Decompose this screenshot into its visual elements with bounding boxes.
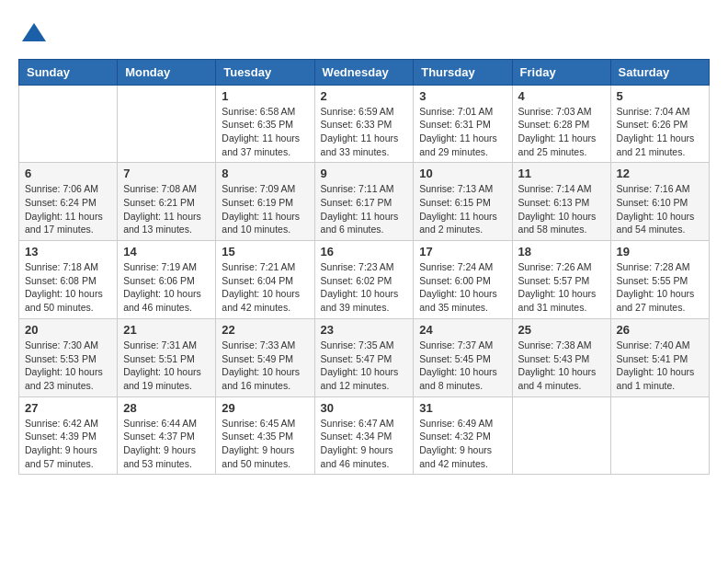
day-number: 5 (617, 89, 703, 103)
day-info: Sunrise: 7:08 AMSunset: 6:21 PMDaylight:… (123, 182, 210, 236)
day-number: 6 (25, 167, 111, 180)
day-info: Sunrise: 6:42 AMSunset: 4:39 PMDaylight:… (25, 417, 111, 471)
calendar-cell: 22Sunrise: 7:33 AMSunset: 5:49 PMDayligh… (216, 318, 314, 396)
calendar-cell (19, 85, 118, 163)
calendar-week-row: 1Sunrise: 6:58 AMSunset: 6:35 PMDaylight… (19, 85, 710, 163)
day-info: Sunrise: 7:30 AMSunset: 5:53 PMDaylight:… (25, 339, 111, 393)
calendar-cell: 14Sunrise: 7:19 AMSunset: 6:06 PMDayligh… (118, 241, 216, 319)
calendar-cell: 24Sunrise: 7:37 AMSunset: 5:45 PMDayligh… (414, 318, 512, 396)
day-info: Sunrise: 7:14 AMSunset: 6:13 PMDaylight:… (518, 182, 605, 236)
day-info: Sunrise: 7:06 AMSunset: 6:24 PMDaylight:… (25, 182, 111, 236)
day-info: Sunrise: 7:11 AMSunset: 6:17 PMDaylight:… (321, 182, 408, 236)
calendar-cell: 10Sunrise: 7:13 AMSunset: 6:15 PMDayligh… (414, 163, 512, 241)
day-number: 19 (617, 245, 703, 259)
day-number: 25 (518, 323, 605, 337)
day-number: 18 (518, 245, 605, 259)
day-info: Sunrise: 7:28 AMSunset: 5:55 PMDaylight:… (617, 260, 703, 315)
day-info: Sunrise: 7:01 AMSunset: 6:31 PMDaylight:… (419, 105, 506, 159)
weekday-header: Sunday (19, 59, 118, 85)
day-info: Sunrise: 7:23 AMSunset: 6:02 PMDaylight:… (321, 260, 408, 315)
day-number: 30 (321, 401, 408, 415)
calendar-cell: 15Sunrise: 7:21 AMSunset: 6:04 PMDayligh… (216, 241, 314, 319)
calendar-cell: 28Sunrise: 6:44 AMSunset: 4:37 PMDayligh… (118, 396, 216, 475)
weekday-header: Thursday (414, 59, 512, 85)
weekday-header: Wednesday (314, 59, 414, 85)
calendar-cell: 16Sunrise: 7:23 AMSunset: 6:02 PMDayligh… (314, 241, 414, 319)
calendar-cell: 23Sunrise: 7:35 AMSunset: 5:47 PMDayligh… (314, 318, 414, 396)
calendar-cell: 6Sunrise: 7:06 AMSunset: 6:24 PMDaylight… (19, 163, 118, 241)
calendar-cell: 12Sunrise: 7:16 AMSunset: 6:10 PMDayligh… (610, 163, 709, 241)
calendar-cell: 25Sunrise: 7:38 AMSunset: 5:43 PMDayligh… (512, 318, 610, 396)
day-number: 28 (123, 401, 210, 415)
day-number: 15 (222, 245, 308, 259)
calendar-cell: 5Sunrise: 7:04 AMSunset: 6:26 PMDaylight… (610, 85, 709, 163)
day-number: 10 (419, 167, 506, 180)
day-info: Sunrise: 7:21 AMSunset: 6:04 PMDaylight:… (222, 260, 308, 315)
calendar-week-row: 13Sunrise: 7:18 AMSunset: 6:08 PMDayligh… (19, 241, 710, 319)
weekday-header: Saturday (610, 59, 709, 85)
day-number: 4 (518, 89, 605, 103)
logo-icon (20, 18, 48, 46)
day-number: 2 (321, 89, 408, 103)
calendar-table: SundayMondayTuesdayWednesdayThursdayFrid… (18, 59, 710, 476)
day-number: 31 (419, 401, 506, 415)
weekday-header: Monday (118, 59, 216, 85)
day-info: Sunrise: 7:31 AMSunset: 5:51 PMDaylight:… (123, 339, 210, 393)
day-number: 20 (25, 323, 111, 337)
weekday-header: Friday (512, 59, 610, 85)
day-number: 23 (321, 323, 408, 337)
calendar-cell: 7Sunrise: 7:08 AMSunset: 6:21 PMDaylight… (118, 163, 216, 241)
calendar-cell: 4Sunrise: 7:03 AMSunset: 6:28 PMDaylight… (512, 85, 610, 163)
calendar-cell: 13Sunrise: 7:18 AMSunset: 6:08 PMDayligh… (19, 241, 118, 319)
day-number: 24 (419, 323, 506, 337)
calendar-cell: 26Sunrise: 7:40 AMSunset: 5:41 PMDayligh… (610, 318, 709, 396)
day-number: 8 (222, 167, 308, 180)
calendar-cell: 9Sunrise: 7:11 AMSunset: 6:17 PMDaylight… (314, 163, 414, 241)
day-info: Sunrise: 7:16 AMSunset: 6:10 PMDaylight:… (617, 182, 703, 236)
calendar-cell: 21Sunrise: 7:31 AMSunset: 5:51 PMDayligh… (118, 318, 216, 396)
calendar-cell: 29Sunrise: 6:45 AMSunset: 4:35 PMDayligh… (216, 396, 314, 475)
day-info: Sunrise: 7:04 AMSunset: 6:26 PMDaylight:… (617, 105, 703, 159)
day-info: Sunrise: 6:58 AMSunset: 6:35 PMDaylight:… (222, 105, 308, 159)
svg-marker-0 (22, 23, 46, 41)
calendar-cell: 8Sunrise: 7:09 AMSunset: 6:19 PMDaylight… (216, 163, 314, 241)
calendar-cell (118, 85, 216, 163)
day-number: 14 (123, 245, 210, 259)
day-number: 3 (419, 89, 506, 103)
day-number: 17 (419, 245, 506, 259)
calendar-cell: 18Sunrise: 7:26 AMSunset: 5:57 PMDayligh… (512, 241, 610, 319)
day-info: Sunrise: 6:59 AMSunset: 6:33 PMDaylight:… (321, 105, 408, 159)
day-info: Sunrise: 6:47 AMSunset: 4:34 PMDaylight:… (321, 417, 408, 471)
day-number: 16 (321, 245, 408, 259)
day-info: Sunrise: 7:38 AMSunset: 5:43 PMDaylight:… (518, 339, 605, 393)
day-number: 9 (321, 167, 408, 180)
day-info: Sunrise: 7:09 AMSunset: 6:19 PMDaylight:… (222, 182, 308, 236)
day-info: Sunrise: 6:49 AMSunset: 4:32 PMDaylight:… (419, 417, 506, 471)
calendar-week-row: 6Sunrise: 7:06 AMSunset: 6:24 PMDaylight… (19, 163, 710, 241)
calendar-cell: 1Sunrise: 6:58 AMSunset: 6:35 PMDaylight… (216, 85, 314, 163)
calendar-cell: 3Sunrise: 7:01 AMSunset: 6:31 PMDaylight… (414, 85, 512, 163)
calendar-cell: 11Sunrise: 7:14 AMSunset: 6:13 PMDayligh… (512, 163, 610, 241)
day-number: 27 (25, 401, 111, 415)
day-number: 26 (617, 323, 703, 337)
day-info: Sunrise: 7:18 AMSunset: 6:08 PMDaylight:… (25, 260, 111, 315)
day-info: Sunrise: 7:13 AMSunset: 6:15 PMDaylight:… (419, 182, 506, 236)
calendar-header-row: SundayMondayTuesdayWednesdayThursdayFrid… (19, 59, 710, 85)
day-info: Sunrise: 7:24 AMSunset: 6:00 PMDaylight:… (419, 260, 506, 315)
calendar-cell: 19Sunrise: 7:28 AMSunset: 5:55 PMDayligh… (610, 241, 709, 319)
day-number: 22 (222, 323, 308, 337)
day-number: 11 (518, 167, 605, 180)
day-number: 29 (222, 401, 308, 415)
day-info: Sunrise: 6:44 AMSunset: 4:37 PMDaylight:… (123, 417, 210, 471)
day-number: 21 (123, 323, 210, 337)
day-info: Sunrise: 7:40 AMSunset: 5:41 PMDaylight:… (617, 339, 703, 393)
day-number: 1 (222, 89, 308, 103)
calendar-cell: 31Sunrise: 6:49 AMSunset: 4:32 PMDayligh… (414, 396, 512, 475)
day-info: Sunrise: 7:33 AMSunset: 5:49 PMDaylight:… (222, 339, 308, 393)
calendar-cell: 2Sunrise: 6:59 AMSunset: 6:33 PMDaylight… (314, 85, 414, 163)
day-info: Sunrise: 7:03 AMSunset: 6:28 PMDaylight:… (518, 105, 605, 159)
day-number: 13 (25, 245, 111, 259)
weekday-header: Tuesday (216, 59, 314, 85)
logo (18, 18, 48, 52)
calendar-cell (512, 396, 610, 475)
